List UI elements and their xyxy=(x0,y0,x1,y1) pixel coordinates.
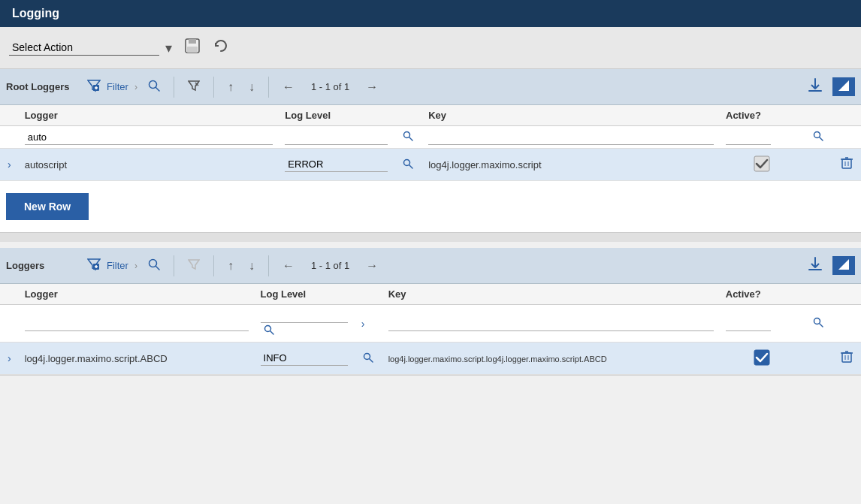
loggers-row-delete-cell xyxy=(832,343,861,375)
row-delete-cell xyxy=(832,149,861,181)
svg-line-38 xyxy=(820,324,823,327)
loggers-separator3 xyxy=(268,255,269,276)
loggers-filter-expand-button[interactable]: › xyxy=(360,316,367,331)
row-expand-button[interactable]: › xyxy=(6,157,13,172)
loggers-filter-logger-input[interactable] xyxy=(25,316,249,331)
app-title: Logging xyxy=(12,7,59,20)
loggers-filter-loglevel-search-button[interactable] xyxy=(261,323,277,339)
separator3 xyxy=(268,77,269,98)
search-button[interactable] xyxy=(144,77,165,98)
loggers-separator2 xyxy=(213,255,214,276)
root-logger-row-0: › autoscript log4j.logger.maximo.script xyxy=(0,149,861,181)
search-col-header xyxy=(394,105,422,126)
filter-loglevel-input[interactable] xyxy=(285,130,388,145)
download-button[interactable] xyxy=(804,74,826,100)
loggers-row-expand-button[interactable]: › xyxy=(6,351,13,366)
toolbar: ▾ xyxy=(0,27,861,69)
loggers-row-loglevel-input[interactable] xyxy=(261,351,348,366)
filter-loglevel-cell xyxy=(279,126,394,149)
loggers-header: Loggers Filter › ↑ ↓ ← 1 - xyxy=(0,248,861,284)
row-logger-cell: autoscript xyxy=(19,149,279,181)
select-action-chevron-button[interactable]: ▾ xyxy=(162,37,175,59)
svg-marker-9 xyxy=(189,81,199,90)
loggers-next-page-button[interactable]: → xyxy=(361,256,382,276)
row-delete-button[interactable] xyxy=(838,155,855,174)
loggers-filter-loglevel-cell xyxy=(255,305,354,343)
loggers-filter-active-search-cell xyxy=(804,305,832,343)
row-loglevel-search-button[interactable] xyxy=(400,157,416,173)
svg-point-14 xyxy=(404,132,410,138)
loggers-filter-row: › xyxy=(0,305,861,343)
loggers-clear-filter-button[interactable] xyxy=(183,255,204,276)
loggers-title: Loggers xyxy=(6,260,81,271)
new-row-button[interactable]: New Row xyxy=(6,193,89,220)
loggers-filter-active-input[interactable] xyxy=(726,316,771,331)
loggers-filter-key-input[interactable] xyxy=(388,316,714,331)
filter-chevron-icon: › xyxy=(134,82,137,92)
loggers-active-search-button[interactable] xyxy=(810,315,826,331)
svg-line-15 xyxy=(409,137,412,140)
loggers-key-col-header: Key xyxy=(382,284,720,305)
loggers-prev-page-button[interactable]: ← xyxy=(278,256,299,276)
refresh-button[interactable] xyxy=(210,35,232,61)
filter-active-cell xyxy=(720,126,804,149)
loggers-row-active-cell xyxy=(720,343,804,375)
loggers-column-headers: Logger Log Level Key Active? xyxy=(0,284,861,305)
svg-point-35 xyxy=(264,326,270,332)
row-active-cell xyxy=(720,149,804,181)
section-gap xyxy=(0,233,861,242)
loggers-active-col-header: Active? xyxy=(720,284,804,305)
separator2 xyxy=(213,77,214,98)
svg-line-31 xyxy=(156,266,159,270)
row-logger-value: autoscript xyxy=(25,159,67,171)
filter-logger-input[interactable] xyxy=(25,130,273,145)
loggers-filter-actions-cell xyxy=(832,305,861,343)
loggers-row-expand-cell: › xyxy=(0,343,19,375)
clear-filter-button[interactable] xyxy=(183,77,204,98)
loggers-filter-active-cell xyxy=(720,305,804,343)
loggers-filter-key-cell xyxy=(382,305,720,343)
pagination-text: 1 - 1 of 1 xyxy=(305,81,355,92)
move-up-button[interactable]: ↑ xyxy=(223,77,238,97)
save-icon xyxy=(184,38,201,58)
loglevel-search-button[interactable] xyxy=(400,129,416,145)
filter-key-input[interactable] xyxy=(428,130,714,145)
loggers-move-up-button[interactable]: ↑ xyxy=(223,256,238,276)
svg-rect-42 xyxy=(842,353,851,362)
loggers-search-button[interactable] xyxy=(144,255,165,276)
row-loglevel-input[interactable] xyxy=(285,157,388,172)
active-col-header: Active? xyxy=(720,105,804,126)
loggers-filter-expand-cell xyxy=(0,305,19,343)
loggers-download-button[interactable] xyxy=(804,252,826,279)
expand-col-header xyxy=(0,105,19,126)
loggers-row-active-search-cell xyxy=(804,343,832,375)
select-action-wrapper: ▾ xyxy=(9,37,175,59)
loggers-row-logger-cell: log4j.logger.maximo.script.ABCD xyxy=(19,343,255,375)
chevron-down-icon: ▾ xyxy=(165,40,172,56)
active-search-button[interactable] xyxy=(810,129,826,145)
save-button[interactable] xyxy=(181,35,204,61)
filter-link[interactable]: Filter xyxy=(107,81,128,92)
next-page-button[interactable]: → xyxy=(361,77,382,97)
collapse-button[interactable] xyxy=(832,77,855,96)
loggers-pagination-text: 1 - 1 of 1 xyxy=(305,260,355,271)
root-loggers-section: Root Loggers Filter › ↑ xyxy=(0,69,861,233)
filter-active-input[interactable] xyxy=(726,130,771,145)
loggers-filter-active-icon xyxy=(87,258,101,274)
loggers-row-delete-button[interactable] xyxy=(838,349,855,368)
loggers-collapse-button[interactable] xyxy=(832,256,855,275)
svg-marker-34 xyxy=(838,259,849,270)
move-down-button[interactable]: ↓ xyxy=(244,77,259,97)
select-action-input[interactable] xyxy=(9,40,159,56)
loggers-separator xyxy=(174,255,174,276)
loggers-move-down-button[interactable]: ↓ xyxy=(244,256,259,276)
loggers-filter-link[interactable]: Filter xyxy=(107,260,128,271)
row-key-cell: log4j.logger.maximo.script xyxy=(422,149,720,181)
actions-col-header xyxy=(832,105,861,126)
loggers-filter-loglevel-input[interactable] xyxy=(261,308,348,323)
loggers-row-loglevel-search-button[interactable] xyxy=(360,351,376,367)
prev-page-button[interactable]: ← xyxy=(278,77,299,97)
row-key-value: log4j.logger.maximo.script xyxy=(428,159,541,171)
svg-marker-13 xyxy=(838,80,849,91)
logger-col-header: Logger xyxy=(19,105,279,126)
